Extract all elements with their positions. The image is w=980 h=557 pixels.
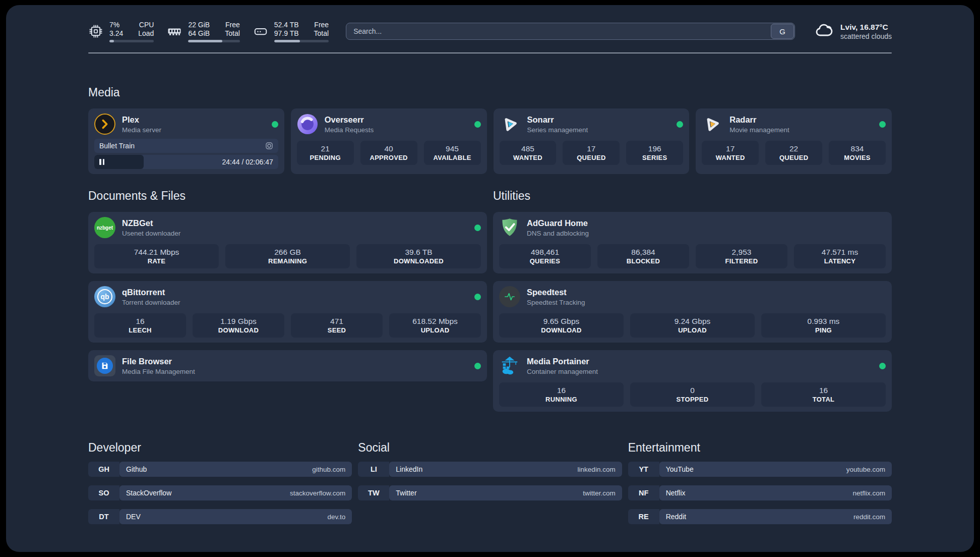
disk-stat: 52.4 TB 97.9 TB Free Total: [253, 21, 329, 42]
stat-rate: 744.21 Mbps RATE: [94, 244, 219, 268]
bookmark-netflix[interactable]: NF Netflix netflix.com: [628, 485, 892, 500]
media-art-icon[interactable]: [265, 142, 273, 150]
app-name: AdGuard Home: [527, 218, 589, 228]
stat-queries: 498,461 QUERIES: [499, 244, 591, 268]
bookmark-group-social: Social LI LinkedIn linkedin.com TW Twitt…: [358, 441, 622, 533]
status-dot-online: [272, 121, 278, 128]
section-title-media: Media: [88, 86, 892, 99]
stat-value: 0.993 ms: [808, 316, 840, 326]
bookmark-tag: YT: [628, 462, 659, 477]
stat-remaining: 266 GB REMAINING: [225, 244, 350, 268]
memory-progress-bar: [188, 40, 239, 42]
bookmark-name: Github: [126, 465, 147, 473]
app-desc: Speedtest Tracking: [527, 298, 585, 307]
stat-label: WANTED: [716, 153, 745, 162]
bookmark-github[interactable]: GH Github github.com: [88, 462, 352, 477]
stat-label: RUNNING: [545, 395, 577, 404]
stat-total: 16 TOTAL: [761, 382, 886, 407]
stat-value: 47.571 ms: [822, 247, 858, 257]
app-name: Plex: [122, 115, 161, 125]
stat-label: REMAINING: [268, 257, 307, 265]
stat-blocked: 86,384 BLOCKED: [597, 244, 689, 268]
bookmark-tag: NF: [628, 485, 659, 500]
app-card-nzbget[interactable]: nzbget NZBGet Usenet downloader 744.21 M…: [88, 212, 487, 273]
stat-label: DOWNLOADED: [394, 257, 444, 265]
stat-value: 40: [385, 144, 393, 153]
media-grid: Plex Media server Bullet Train: [88, 108, 892, 174]
pause-icon[interactable]: [99, 159, 104, 165]
stat-label: QUERIES: [530, 257, 561, 265]
app-card-filebrowser[interactable]: File Browser Media File Management: [88, 350, 487, 381]
bookmark-stackoverflow[interactable]: SO StackOverflow stackoverflow.com: [88, 485, 352, 500]
stat-value: 21: [321, 144, 330, 153]
app-card-speedtest[interactable]: Speedtest Speedtest Tracking 9.65 Gbps D…: [493, 281, 892, 343]
cpu-load-value: 3.24: [109, 29, 123, 38]
app-card-overseerr[interactable]: Overseerr Media Requests 21 PENDING 40 A…: [291, 108, 487, 174]
stat-label: MOVIES: [844, 153, 870, 162]
cpu-stat-text: 7% 3.24 CPU Load: [109, 21, 154, 42]
stat-label: RATE: [148, 257, 166, 265]
section-title-social: Social: [358, 441, 622, 455]
section-title-documents: Documents & Files: [88, 189, 487, 203]
app-card-plex[interactable]: Plex Media server Bullet Train: [88, 108, 284, 174]
adguard-icon: [499, 217, 520, 238]
bookmark-twitter[interactable]: TW Twitter twitter.com: [358, 485, 622, 500]
stat-download: 1.19 Gbps DOWNLOAD: [193, 313, 284, 338]
status-dot-online: [677, 121, 683, 128]
bookmark-linkedin[interactable]: LI LinkedIn linkedin.com: [358, 462, 622, 477]
cpu-progress-bar: [109, 40, 154, 42]
stat-label: UPLOAD: [421, 326, 450, 335]
stat-wanted: 485 WANTED: [500, 141, 557, 165]
search-engine-button[interactable]: G: [771, 24, 794, 39]
bookmark-url: youtube.com: [846, 466, 885, 473]
bookmark-dev[interactable]: DT DEV dev.to: [88, 509, 352, 524]
section-title-developer: Developer: [88, 441, 352, 455]
sonarr-icon: [500, 114, 521, 135]
status-dot-online: [879, 121, 886, 128]
stat-value: 485: [521, 144, 534, 153]
stat-value: 266 GB: [274, 247, 301, 257]
documents-column: Documents & Files nzbget NZBGet Usenet d…: [88, 189, 487, 381]
filebrowser-icon: [94, 355, 115, 376]
app-name: File Browser: [122, 356, 195, 366]
stat-label: LATENCY: [824, 257, 856, 265]
status-dot-online: [474, 294, 481, 300]
stat-download: 9.65 Gbps DOWNLOAD: [499, 313, 624, 338]
system-stats: 7% 3.24 CPU Load: [88, 21, 329, 42]
app-card-sonarr[interactable]: Sonarr Series management 485 WANTED 17 Q…: [494, 108, 690, 174]
stat-leech: 16 LEECH: [94, 313, 186, 338]
app-desc: DNS and adblocking: [527, 229, 589, 238]
app-name: Radarr: [729, 115, 789, 125]
app-card-qbittorrent[interactable]: qb qBittorrent Torrent downloader 16 LEE…: [88, 281, 487, 343]
stat-seed: 471 SEED: [291, 313, 383, 338]
playback-elapsed-pill: [94, 155, 144, 169]
portainer-icon: [499, 355, 520, 376]
stat-label: WANTED: [513, 153, 542, 162]
cpu-label: CPU: [138, 21, 154, 29]
weather-widget: Lviv, 16.87°C scattered clouds: [814, 20, 892, 42]
bookmark-url: github.com: [312, 466, 345, 473]
screen-frame: 7% 3.24 CPU Load: [0, 0, 980, 557]
top-bar: 7% 3.24 CPU Load: [88, 20, 892, 42]
bookmark-reddit[interactable]: RE Reddit reddit.com: [628, 509, 892, 524]
app-desc: Media server: [122, 126, 161, 134]
stat-filtered: 2,953 FILTERED: [696, 244, 787, 268]
bookmark-name: YouTube: [666, 465, 694, 473]
bookmark-youtube[interactable]: YT YouTube youtube.com: [628, 462, 892, 477]
search-input[interactable]: [346, 23, 795, 40]
app-card-portainer[interactable]: Media Portainer Container management 16 …: [493, 350, 892, 412]
stat-value: 9.65 Gbps: [543, 316, 580, 326]
stat-label: SEED: [328, 326, 346, 335]
stat-value: 16: [136, 316, 144, 326]
stat-value: 618.52 Mbps: [412, 316, 458, 326]
bookmark-group-entertainment: Entertainment YT YouTube youtube.com NF …: [628, 441, 892, 533]
qbittorrent-icon-text: qb: [97, 289, 112, 304]
memory-total-label: Total: [225, 29, 240, 38]
status-dot-online: [474, 121, 481, 128]
app-desc: Series management: [527, 126, 588, 134]
app-card-adguard[interactable]: AdGuard Home DNS and adblocking 498,461 …: [493, 212, 892, 273]
stat-value: 16: [557, 385, 566, 395]
stat-label: DOWNLOAD: [218, 326, 259, 335]
app-card-radarr[interactable]: Radarr Movie management 17 WANTED 22 QUE…: [696, 108, 892, 174]
cloud-icon: [814, 20, 834, 42]
